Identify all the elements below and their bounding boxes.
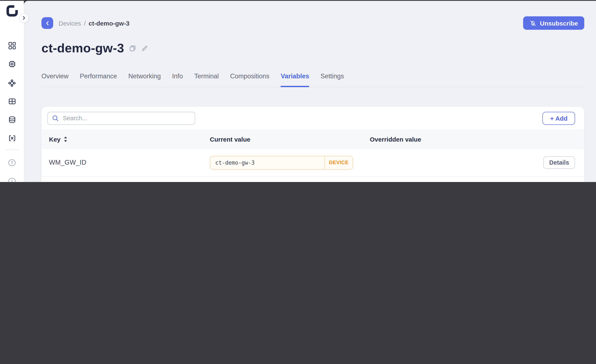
chip-icon[interactable]: [7, 59, 16, 69]
variable-key: WM_GW_ID: [41, 159, 210, 166]
details-button[interactable]: Details: [543, 156, 575, 169]
table-header: Key Current value Overridden value: [41, 129, 584, 149]
dashboard-icon[interactable]: [7, 41, 16, 50]
sidebar: ? i TS: [0, 1, 24, 182]
value-box: ct-demo-gw-3 DEVICE: [210, 156, 353, 170]
breadcrumb-section[interactable]: Devices: [59, 20, 81, 27]
tab-info[interactable]: Info: [172, 73, 183, 87]
table-row: WM_SERVICES_MQTT_USERNAME mqtpc77cxzw CO…: [41, 176, 584, 182]
topbar: Devices / ct-demo-gw-3 Unsubscribe: [41, 16, 584, 30]
back-button[interactable]: [41, 17, 53, 29]
copy-icon[interactable]: [129, 45, 136, 52]
table-icon[interactable]: [7, 97, 16, 106]
breadcrumb: Devices / ct-demo-gw-3: [59, 20, 129, 27]
table-rows: WM_GW_ID ct-demo-gw-3 DEVICE Details WM_…: [41, 149, 584, 182]
unsubscribe-label: Unsubscribe: [540, 20, 578, 27]
svg-text:?: ?: [11, 160, 13, 165]
breadcrumb-current: ct-demo-gw-3: [89, 20, 129, 27]
edit-pencil-icon[interactable]: [141, 45, 149, 52]
value-text: ct-demo-gw-3: [210, 156, 324, 169]
search-icon: [52, 115, 59, 122]
title-row: ct-demo-gw-3: [41, 41, 584, 55]
sidebar-expand-button[interactable]: [19, 13, 29, 23]
add-button[interactable]: + Add: [543, 112, 575, 125]
column-key[interactable]: Key: [49, 136, 60, 143]
scope-badge: DEVICE: [324, 156, 353, 169]
sidebar-divider: [6, 149, 18, 150]
sort-arrows-icon[interactable]: [63, 136, 67, 142]
tab-networking[interactable]: Networking: [128, 73, 161, 87]
card-toolbar: + Add: [41, 107, 584, 129]
search-wrap: [47, 112, 195, 125]
tab-settings[interactable]: Settings: [321, 73, 344, 87]
tab-variables[interactable]: Variables: [281, 73, 309, 87]
page-title: ct-demo-gw-3: [41, 41, 124, 55]
chevron-left-icon: [45, 21, 50, 25]
mesh-network-icon[interactable]: [7, 78, 16, 88]
chevron-right-icon: [22, 16, 26, 20]
info-icon[interactable]: i: [7, 176, 16, 182]
tab-performance[interactable]: Performance: [80, 73, 117, 87]
app-logo[interactable]: [6, 5, 18, 17]
database-icon[interactable]: [7, 115, 16, 124]
column-overridden-value: Overridden value: [353, 136, 584, 143]
bell-off-icon: [529, 20, 536, 27]
tab-compositions[interactable]: Compositions: [230, 73, 269, 87]
help-icon[interactable]: ?: [7, 158, 16, 167]
tab-overview[interactable]: Overview: [41, 73, 68, 87]
app-logo-icon: [6, 5, 18, 17]
table-row: WM_GW_ID ct-demo-gw-3 DEVICE Details: [41, 149, 584, 176]
variables-card: + Add Key Current value Overridden value…: [41, 107, 584, 182]
main-content: Devices / ct-demo-gw-3 Unsubscribe ct-de…: [24, 1, 596, 182]
svg-text:i: i: [11, 179, 13, 182]
code-brackets-icon[interactable]: [7, 134, 16, 143]
unsubscribe-button[interactable]: Unsubscribe: [523, 16, 584, 30]
search-input[interactable]: [47, 112, 195, 125]
tab-terminal[interactable]: Terminal: [194, 73, 219, 87]
tabs: OverviewPerformanceNetworkingInfoTermina…: [41, 73, 584, 87]
column-current-value: Current value: [210, 136, 353, 143]
app-root: ? i TS: [0, 0, 596, 182]
breadcrumb-separator: /: [84, 20, 86, 27]
